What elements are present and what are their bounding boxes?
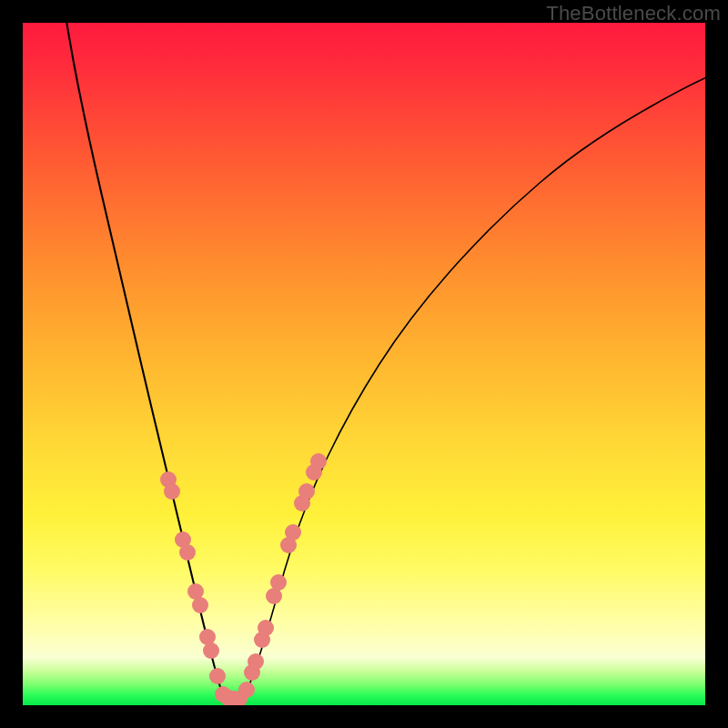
scatter-dots-group: [160, 453, 327, 705]
scatter-dot: [285, 524, 301, 541]
scatter-dot: [164, 483, 180, 500]
scatter-dot: [248, 653, 264, 670]
plot-area: [23, 23, 705, 705]
scatter-dot: [192, 597, 208, 613]
scatter-dot: [238, 682, 255, 698]
scatter-dot: [298, 483, 315, 500]
right-branch-curve: [239, 74, 705, 703]
scatter-dot: [270, 574, 287, 591]
scatter-dot: [310, 453, 327, 470]
scatter-dot: [258, 620, 274, 636]
scatter-dot: [203, 642, 219, 659]
scatter-dot: [179, 544, 196, 561]
chart-frame: TheBottleneck.com: [0, 0, 728, 728]
scatter-dot: [209, 668, 226, 684]
curves-svg: [23, 23, 705, 705]
watermark-text: TheBottleneck.com: [546, 2, 721, 25]
